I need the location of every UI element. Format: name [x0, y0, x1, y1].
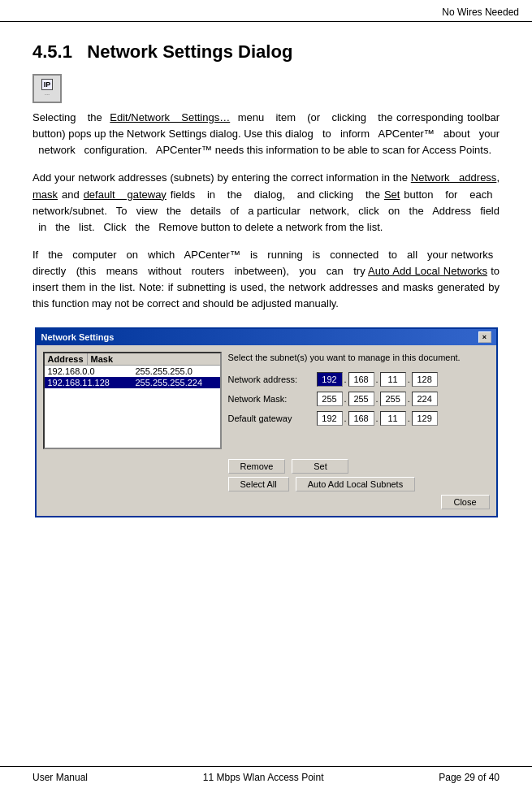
- list-row[interactable]: 192.168.0.0 255.255.255.0: [45, 366, 220, 377]
- default-gateway-octet1[interactable]: [317, 411, 343, 426]
- close-row: Close: [43, 495, 490, 509]
- network-mask-octet3[interactable]: [380, 392, 406, 406]
- network-settings-toolbar-icon: IP ···: [32, 74, 62, 103]
- remove-set-row: Remove Set: [228, 459, 490, 474]
- dialog-form-panel: Select the subnet(s) you want to manage …: [228, 352, 490, 449]
- dot-2: .: [375, 375, 379, 384]
- section-title: 4.5.1 Network Settings Dialog: [32, 41, 500, 63]
- gw-dot-1: .: [344, 413, 348, 423]
- network-settings-dialog: Network Settings × Address Mask 192.168.…: [35, 327, 498, 517]
- network-mask-octet2[interactable]: [348, 392, 374, 406]
- header-title: No Wires Needed: [442, 6, 519, 18]
- auto-add-button[interactable]: Auto Add Local Subnets: [296, 477, 415, 491]
- select-all-button[interactable]: Select All: [228, 477, 289, 491]
- dialog-buttons-area: Remove Set Select All Auto Add Local Sub…: [37, 456, 496, 516]
- ip-icon: IP: [41, 79, 54, 90]
- network-mask-octet4[interactable]: [412, 392, 438, 406]
- dot-1: .: [344, 375, 348, 384]
- footer-right: Page 29 of 40: [439, 772, 500, 783]
- default-gateway-label: Default gateway: [228, 413, 314, 423]
- select-auto-row: Select All Auto Add Local Subnets: [228, 477, 490, 491]
- paragraph-1: Selecting the Edit/Network Settings… men…: [32, 110, 500, 158]
- default-gateway-octet3[interactable]: [380, 411, 406, 426]
- network-address-link: Network address: [411, 171, 497, 184]
- dialog-titlebar: Network Settings ×: [37, 329, 496, 345]
- dialog-close-button[interactable]: ×: [478, 331, 491, 343]
- gw-dot-3: .: [407, 413, 411, 423]
- network-mask-octet1[interactable]: [317, 392, 343, 406]
- page-header: No Wires Needed: [0, 0, 532, 22]
- list-row-selected[interactable]: 192.168.11.128 255.255.255.224: [45, 377, 220, 388]
- mask-dot-2: .: [375, 394, 379, 404]
- network-address-octet3[interactable]: [380, 372, 406, 387]
- list-header-row: Address Mask: [45, 353, 220, 366]
- list-cell-address-selected: 192.168.11.128: [45, 377, 132, 388]
- default-gateway-octet2[interactable]: [348, 411, 374, 426]
- page-footer: User Manual 11 Mbps Wlan Access Point Pa…: [0, 766, 532, 788]
- list-cell-mask-selected: 255.255.255.224: [132, 377, 220, 388]
- auto-add-link: Auto Add Local Networks: [368, 265, 487, 277]
- footer-center: 11 Mbps Wlan Access Point: [203, 772, 324, 783]
- network-address-row: Network address: . . .: [228, 372, 490, 387]
- mask-link: mask: [32, 188, 58, 201]
- mask-dot-1: .: [344, 394, 348, 404]
- paragraph-2: Add your network addresses (subnets) by …: [32, 170, 500, 236]
- list-cell-address: 192.168.0.0: [45, 366, 132, 377]
- default-gateway-row: Default gateway . . .: [228, 411, 490, 426]
- network-address-fields: . . .: [317, 372, 438, 387]
- menu-item-link: Edit/Network Settings…: [110, 111, 230, 123]
- network-address-octet4[interactable]: [412, 372, 438, 387]
- mask-dot-3: .: [407, 394, 411, 404]
- default-gateway-link: default gateway: [84, 188, 167, 201]
- ip-dots-icon: ···: [45, 91, 50, 98]
- dot-3: .: [407, 375, 411, 384]
- network-mask-fields: . . .: [317, 392, 438, 406]
- set-link: Set: [384, 188, 400, 201]
- form-description: Select the subnet(s) you want to manage …: [228, 352, 490, 364]
- dialog-wrapper: Network Settings × Address Mask 192.168.…: [32, 327, 500, 517]
- subnet-list[interactable]: Address Mask 192.168.0.0 255.255.255.0 1…: [43, 352, 222, 449]
- remove-button[interactable]: Remove: [228, 459, 286, 474]
- subnet-list-panel: Address Mask 192.168.0.0 255.255.255.0 1…: [43, 352, 222, 449]
- dialog-body: Address Mask 192.168.0.0 255.255.255.0 1…: [37, 345, 496, 456]
- dialog-title: Network Settings: [41, 332, 115, 342]
- network-mask-row: Network Mask: . . .: [228, 392, 490, 406]
- network-mask-label: Network Mask:: [228, 394, 314, 404]
- network-address-octet2[interactable]: [348, 372, 374, 387]
- list-header-address: Address: [45, 353, 88, 365]
- list-cell-mask: 255.255.255.0: [132, 366, 220, 377]
- footer-left: User Manual: [32, 772, 88, 783]
- paragraph-3: If the computer on which APCenter™ is ru…: [32, 247, 500, 313]
- network-address-label: Network address:: [228, 375, 314, 384]
- default-gateway-fields: . . .: [317, 411, 438, 426]
- page-content: 4.5.1 Network Settings Dialog IP ··· Sel…: [0, 22, 532, 548]
- gw-dot-2: .: [375, 413, 379, 423]
- default-gateway-octet4[interactable]: [412, 411, 438, 426]
- close-button[interactable]: Close: [441, 495, 490, 509]
- list-header-mask: Mask: [88, 353, 117, 365]
- network-address-octet1[interactable]: [317, 372, 343, 387]
- set-button[interactable]: Set: [292, 459, 348, 474]
